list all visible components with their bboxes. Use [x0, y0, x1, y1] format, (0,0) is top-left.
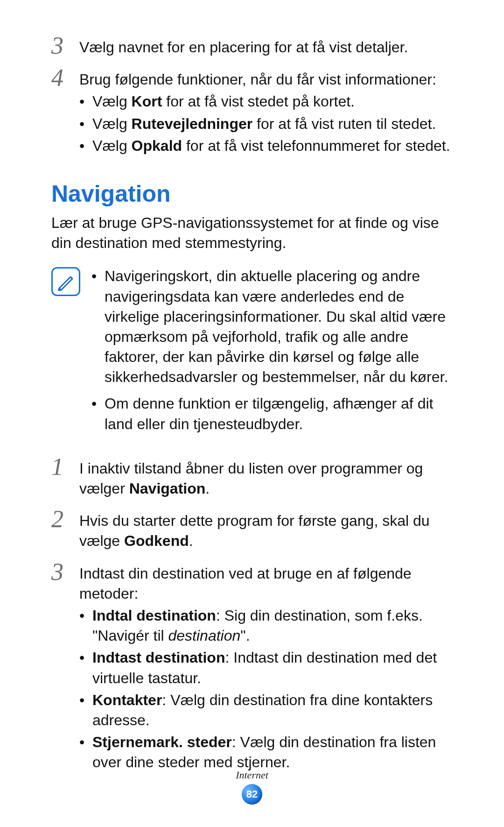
step-post: .	[205, 480, 210, 497]
step-number: 4	[51, 65, 79, 90]
step-row: 1 I inaktiv tilstand åbner du listen ove…	[51, 454, 453, 501]
bullet-pre: Vælg	[92, 115, 132, 132]
list-item: Navigeringskort, din aktuelle placering …	[91, 266, 453, 387]
manual-page: 3 Vælg navnet for en placering for at få…	[0, 0, 504, 827]
note-body: Navigeringskort, din aktuelle placering …	[91, 264, 453, 441]
step-bold: Godkend	[124, 532, 189, 549]
section-heading: Navigation	[51, 180, 453, 207]
footer-section-label: Internet	[0, 769, 504, 781]
bullet-bold: Kort	[132, 93, 162, 110]
page-footer: Internet 82	[0, 769, 504, 805]
step-row: 4 Brug følgende funktioner, når du får v…	[51, 65, 453, 158]
bullet-italic: destination	[168, 627, 241, 644]
bullet-post: for at få vist stedet på kortet.	[162, 93, 355, 110]
step-text: I inaktiv tilstand åbner du listen over …	[79, 459, 453, 499]
list-item: Indtast destination: Indtast din destina…	[79, 648, 453, 688]
bullet-pre: Vælg	[92, 93, 132, 110]
svg-line-0	[70, 277, 72, 279]
note-list: Navigeringskort, din aktuelle placering …	[91, 266, 453, 434]
step-row: 3 Indtast din destination ved at bruge e…	[51, 559, 453, 775]
step-row: 2 Hvis du starter dette program for førs…	[51, 506, 453, 553]
svg-line-1	[59, 288, 61, 290]
bullet-post: for at få vist telefonnummeret for stede…	[182, 137, 450, 154]
list-item: Vælg Rutevejledninger for at få vist rut…	[79, 114, 453, 134]
step-body: I inaktiv tilstand åbner du listen over …	[79, 454, 453, 501]
step-text: Vælg navnet for en placering for at få v…	[79, 37, 453, 57]
page-number-badge: 82	[242, 784, 262, 805]
step-number: 3	[51, 33, 79, 58]
note-icon	[51, 267, 80, 296]
bullet-post: for at få vist ruten til stedet.	[252, 115, 436, 132]
step-body: Hvis du starter dette program for første…	[79, 506, 453, 553]
list-item: Vælg Kort for at få vist stedet på korte…	[79, 92, 453, 112]
bullet-bold: Rutevejledninger	[132, 115, 253, 132]
step-bold: Navigation	[129, 480, 206, 497]
bullet-bold: Opkald	[132, 137, 182, 154]
step-text: Hvis du starter dette program for første…	[79, 511, 453, 551]
bullet-bold: Indtal destination	[92, 607, 216, 624]
step-row: 3 Vælg navnet for en placering for at få…	[51, 33, 453, 59]
bullet-pre: Vælg	[92, 137, 132, 154]
step-number: 3	[51, 559, 79, 584]
step-text: Brug følgende funktioner, når du får vis…	[79, 70, 453, 90]
step-number: 2	[51, 506, 79, 531]
bullet-post: ".	[240, 627, 250, 644]
list-item: Indtal destination: Sig din destination,…	[79, 606, 453, 646]
step-bullet-list: Indtal destination: Sig din destination,…	[79, 606, 453, 773]
bullet-bold: Indtast destination	[92, 649, 225, 666]
list-item: Om denne funktion er tilgængelig, afhæng…	[91, 394, 453, 434]
step-body: Vælg navnet for en placering for at få v…	[79, 33, 453, 59]
section-lead: Lær at bruge GPS-navigationssystemet for…	[51, 213, 453, 253]
list-item: Kontakter: Vælg din destination fra dine…	[79, 690, 453, 730]
list-item: Vælg Opkald for at få vist telefonnummer…	[79, 136, 453, 156]
step-body: Brug følgende funktioner, når du får vis…	[79, 65, 453, 158]
step-bullet-list: Vælg Kort for at få vist stedet på korte…	[79, 92, 453, 156]
step-text: Indtast din destination ved at bruge en …	[79, 564, 453, 604]
list-item: Stjernemark. steder: Vælg din destinatio…	[79, 732, 453, 772]
note-block: Navigeringskort, din aktuelle placering …	[51, 264, 453, 441]
step-body: Indtast din destination ved at bruge en …	[79, 559, 453, 775]
step-post: .	[189, 532, 193, 549]
bullet-bold: Kontakter	[92, 692, 162, 708]
step-number: 1	[51, 454, 79, 479]
bullet-bold: Stjernemark. steder	[92, 734, 232, 750]
